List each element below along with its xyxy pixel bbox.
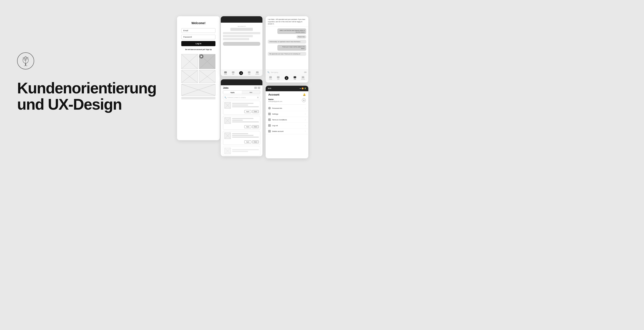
job-thumbnail-2 <box>224 117 231 124</box>
jobs-title: Jobs <box>223 87 228 89</box>
bell-icon-account[interactable]: 🔔 <box>303 93 306 96</box>
job-card-2: Apply Save <box>223 116 260 130</box>
bell-icon[interactable] <box>258 87 260 89</box>
account-time: 9:41 <box>268 87 271 89</box>
nav-account[interactable]: Account <box>256 71 259 75</box>
email-label: Email <box>183 30 188 32</box>
status-icons: ▪▪▪ 📶 🔋 <box>300 88 306 89</box>
save-button-2[interactable]: Save <box>252 125 259 128</box>
nav-plus-button-2[interactable]: + <box>285 76 288 80</box>
jobs-header: Jobs <box>221 85 262 90</box>
account-name-section: Name example@gmail.com ✕ <box>266 97 308 103</box>
doc-icon <box>268 118 271 121</box>
account-title: Account <box>268 93 279 96</box>
mic-icon: 🎙 <box>257 97 259 99</box>
jobs-filter-tabs: Apply Hire <box>223 90 260 94</box>
settings-icon <box>268 113 271 115</box>
nav-home-2[interactable]: Home <box>269 76 272 80</box>
account-email: example@gmail.com <box>268 101 282 102</box>
ai-user-msg-1: Hello! I can't find the save frequent or… <box>277 29 306 34</box>
nav-jobs-2[interactable]: Jobs <box>277 76 280 80</box>
job-card-3: Apply Save <box>223 131 260 145</box>
svg-rect-0 <box>25 64 26 66</box>
top-bar <box>221 16 262 23</box>
job-thumbnail-4 <box>224 148 231 154</box>
mockups-container: Welcome! Email Password Log In Do not ha… <box>177 10 322 155</box>
password-field[interactable]: Password <box>181 35 216 39</box>
screen-login: Welcome! Email Password Log In Do not ha… <box>177 16 220 140</box>
jobs-search-bar[interactable]: 🔍 Profession, position or company 🎙 <box>223 96 260 99</box>
ai-user-msg-2: Thank you! I hope it will be added in th… <box>277 45 306 51</box>
headline-line2: und UX-Design <box>17 96 160 113</box>
ai-system-msg-2: We appreciate your input. Thank you for … <box>268 52 306 56</box>
nav-account-2[interactable]: Account <box>301 76 305 80</box>
menu-item-settings[interactable]: Settings › <box>266 111 308 117</box>
account-header: Account 🔔 <box>266 91 308 97</box>
chevron-right-icon-2: › <box>305 113 306 115</box>
search-placeholder: Profession, position or company <box>228 97 246 98</box>
jobs-top-bar <box>221 79 262 85</box>
tab-apply[interactable]: Apply <box>223 91 242 94</box>
screen-chat-top: App version 8.4 Home Jobs <box>221 16 262 76</box>
chevron-right-icon: › <box>305 107 306 109</box>
search-small-icon: 🔍 <box>267 71 270 73</box>
left-section: Kundenorientierung und UX-Design <box>0 40 177 125</box>
edit-account-button[interactable]: ✕ <box>302 98 306 102</box>
headline-line1: Kundenorientierung <box>17 80 160 96</box>
logout-icon <box>268 124 271 127</box>
nav-chat[interactable]: Chat <box>248 71 250 75</box>
screen-account: 9:41 ▪▪▪ 📶 🔋 Account 🔔 Name <box>266 86 308 158</box>
account-name-label: Name <box>268 98 282 101</box>
person-icon <box>268 107 271 109</box>
wireframe-bar <box>181 97 216 99</box>
job-card-1: Apply Save <box>223 101 260 115</box>
settings-label: Settings <box>272 113 278 115</box>
chevron-right-icon-5: › <box>305 130 306 132</box>
chat-input-placeholder: Start typing - <box>271 72 303 73</box>
job-thumbnail-3 <box>224 133 231 139</box>
wireframe-image-3 <box>199 70 216 83</box>
account-top-bar: 9:41 ▪▪▪ 📶 🔋 <box>266 86 308 91</box>
job-card-4 <box>223 146 260 156</box>
chat-ai-bottom-nav: Home Jobs + Chat Account <box>266 75 308 81</box>
apply-button-3[interactable]: Apply <box>244 140 251 143</box>
login-title: Welcome! <box>181 21 216 25</box>
wireframe-video <box>199 54 216 69</box>
chat-ai-messages: Hello! I can't find the save frequent or… <box>266 27 308 70</box>
signup-link[interactable]: Sign Up <box>206 49 212 50</box>
delete-account-label: Delete account <box>272 130 283 132</box>
nav-plus-button[interactable]: + <box>239 71 243 75</box>
chevron-right-icon-4: › <box>305 125 306 127</box>
save-button-1[interactable]: Save <box>252 110 259 113</box>
job-apply-btns-1: Apply Save <box>224 110 259 113</box>
menu-item-terms[interactable]: Terms & Conditions › <box>266 117 308 123</box>
password-label: Password <box>183 36 192 38</box>
login-button[interactable]: Log In <box>181 41 216 46</box>
nav-chat-2[interactable]: Chat <box>294 76 296 80</box>
page-container: Kundenorientierung und UX-Design Welcome… <box>0 0 322 165</box>
wireframe-image-4 <box>181 84 216 96</box>
wireframe-image-2 <box>181 70 198 83</box>
terms-label: Terms & Conditions <box>272 119 287 121</box>
menu-item-personal-info[interactable]: Personal info › <box>266 105 308 111</box>
menu-item-delete[interactable]: Delete account › <box>266 128 308 134</box>
save-button-3[interactable]: Save <box>252 140 259 143</box>
nav-home[interactable]: Home <box>224 71 227 75</box>
email-field[interactable]: Email <box>181 28 216 33</box>
chat-ai-input-bar[interactable]: 🔍 Start typing - ⌨ <box>266 70 308 75</box>
personal-info-label: Personal info <box>272 107 282 109</box>
ai-please-help: Please help. <box>296 35 306 38</box>
app-version: App version 8.4 <box>223 26 260 27</box>
send-icon: ⌨ <box>304 71 307 73</box>
bottom-nav-1: Home Jobs + Chat Account <box>221 70 262 76</box>
right-section: Welcome! Email Password Log In Do not ha… <box>177 0 322 165</box>
tab-hire[interactable]: Hire <box>242 91 260 94</box>
logo-area <box>17 52 160 70</box>
filter-icon[interactable] <box>254 87 257 89</box>
search-icon: 🔍 <box>224 97 226 99</box>
nav-jobs[interactable]: Jobs <box>232 71 234 75</box>
play-icon <box>199 54 204 59</box>
menu-item-logout[interactable]: Log out › <box>266 123 308 128</box>
apply-button-1[interactable]: Apply <box>244 110 251 113</box>
apply-button-2[interactable]: Apply <box>244 125 251 128</box>
